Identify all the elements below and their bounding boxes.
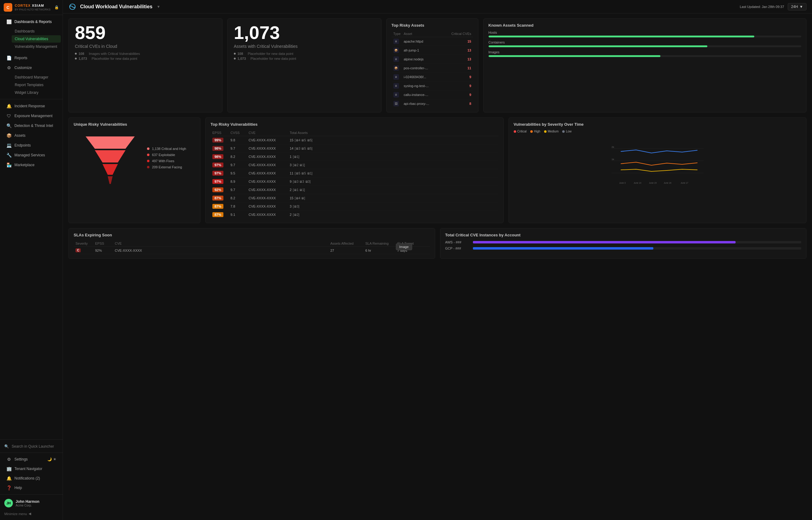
exposure-label: Exposure Management: [15, 114, 52, 118]
legend-dot-1: [147, 148, 149, 150]
funnel-layer-3: [102, 164, 118, 175]
asset-cve-count: 11: [447, 66, 471, 70]
asset-type-icon: 🖼: [393, 101, 399, 106]
critical-cves-label: Critical CVEs in Cloud: [75, 44, 216, 49]
legend-critical-label: Critical: [517, 130, 527, 133]
legend-low-dot: [562, 130, 565, 133]
cvss-value: 9.1: [230, 213, 247, 216]
asset-name: api-rbac-proxy-...: [404, 102, 446, 105]
legend-item-1: 1,138 Critical and High: [147, 147, 186, 151]
light-mode-icon[interactable]: ☀: [53, 457, 56, 462]
vuln-col-epss: EPSS: [212, 131, 229, 135]
search-input[interactable]: [12, 444, 58, 448]
critical-cves-card: 859 Critical CVEs in Cloud 108 Images wi…: [69, 18, 222, 112]
assets-sub2: 1,073 Placeholder for new data point: [234, 57, 375, 60]
sla-col-cve: CVE: [115, 242, 329, 245]
severity-svg: 2k 1k June 3 June 14 June 15 June 16: [514, 136, 802, 185]
sla-epss-value: 92%: [95, 249, 114, 252]
sidebar-item-dashboard-manager[interactable]: Dashboard Manager: [12, 74, 61, 81]
sidebar-item-reports[interactable]: 📄 Reports: [2, 53, 61, 62]
legend-low: Low: [562, 130, 571, 133]
svg-text:1k: 1k: [611, 158, 614, 161]
tenant-label: Tenant Navigator: [15, 467, 42, 471]
sidebar-item-endpoints[interactable]: 💻 Endpoints: [2, 141, 61, 150]
legend-high-dot: [530, 130, 533, 133]
asset-type-icon: 🖥: [393, 92, 399, 98]
account-bar-fill: [473, 247, 654, 250]
total-assets: 3 [🖥2 🖥1]: [290, 163, 496, 167]
sidebar-item-notifications[interactable]: 🔔 Notifications (2): [2, 474, 61, 483]
funnel-container: 1,138 Critical and High 637 Exploitable …: [74, 130, 195, 185]
sla-remaining-value: 6 hr: [366, 249, 396, 252]
known-assets-bars: Hosts Containers Images: [489, 31, 802, 57]
main-content: Cloud Workload Vulnerabilities ▼ Last Up…: [63, 0, 812, 520]
vuln-table-row: 87% 8.2 CVE-XXXX-XXXX 15 [🖥4 🖥]: [211, 194, 498, 202]
sidebar-bottom: 🔍 ⚙ Settings 🌙 ☀ 🏢 Tenant Navigator 🔔 No…: [0, 439, 63, 520]
total-assets: 11 [🖥5 🖥5 🖥1]: [290, 172, 496, 175]
sidebar-item-vuln-mgmt[interactable]: Vulnerability Management: [12, 43, 61, 50]
cvss-value: 9.8: [230, 138, 247, 142]
quick-launcher[interactable]: 🔍: [0, 442, 63, 451]
known-asset-track: [489, 35, 802, 37]
time-range-badge[interactable]: 24H ▼: [788, 3, 807, 10]
sidebar-item-dashboards[interactable]: Dashboards: [12, 28, 61, 35]
incident-label: Incident Response: [15, 104, 45, 108]
customize-label: Customize: [15, 66, 32, 70]
sidebar-item-help[interactable]: ❓ Help: [2, 483, 61, 492]
cvss-value: 9.7: [230, 147, 247, 150]
sidebar-item-customize[interactable]: ⚙ Customize: [2, 63, 61, 72]
title-chevron-icon: ▼: [157, 5, 161, 9]
dashboards-reports-section: ⬜ Dashboards & Reports Dashboards Cloud …: [0, 15, 63, 53]
tenant-icon: 🏢: [6, 466, 12, 471]
sidebar-item-report-templates[interactable]: Report Templates: [12, 81, 61, 88]
sidebar-item-cloud-vuln[interactable]: Cloud Vulnerabilities: [12, 35, 61, 43]
asset-type-icon: 🖥: [393, 83, 399, 88]
sidebar-item-incident-response[interactable]: 🔔 Incident Response: [2, 102, 61, 111]
sidebar-item-detection-threat-intel[interactable]: 🔍 Detection & Threat Intel: [2, 121, 61, 130]
cvss-value: 7.8: [230, 205, 247, 208]
svg-text:June 3: June 3: [619, 182, 625, 184]
time-range-chevron-icon: ▼: [799, 5, 803, 9]
high-line: [620, 162, 697, 165]
page-title: Cloud Workload Vulnerabilities: [80, 4, 152, 9]
epss-badge: 87%: [212, 204, 229, 209]
legend-label-3: 497 With Fixes: [152, 159, 174, 163]
sidebar-item-tenant-navigator[interactable]: 🏢 Tenant Navigator: [2, 464, 61, 473]
asset-cve-count: 9: [447, 75, 471, 79]
asset-name: apache:httpd: [404, 40, 446, 43]
minimize-button[interactable]: Minimize menu ◀: [0, 510, 63, 518]
asset-name: pos-controller-...: [404, 66, 446, 70]
epss-badge: 99%: [212, 138, 229, 142]
unique-vuln-card: Unique Risky Vulnerabilities: [69, 118, 200, 223]
dark-mode-icon[interactable]: 🌙: [47, 457, 52, 462]
sidebar-item-dashboards-reports[interactable]: ⬜ Dashboards & Reports: [2, 17, 61, 26]
cve-by-account-card: Total Critical CVE Instances by Account …: [440, 228, 807, 259]
sidebar-item-assets[interactable]: 📦 Assets: [2, 131, 61, 140]
cve-id: CVE-XXXX-XXXX: [249, 138, 289, 142]
app-name: CORTEX XSIAM: [15, 4, 51, 8]
risky-asset-row: 🖥 i-024669436f... 9: [392, 73, 473, 82]
sidebar-item-settings[interactable]: ⚙ Settings 🌙 ☀: [2, 455, 61, 464]
epss-badge: 97%: [212, 162, 229, 167]
sidebar-item-widget-library[interactable]: Widget Library: [12, 89, 61, 96]
sla-col-epss: EPSS: [95, 242, 114, 245]
assets-label: Assets: [15, 133, 25, 138]
risky-asset-row: 📦 pos-controller-... 11: [392, 64, 473, 73]
endpoints-label: Endpoints: [15, 143, 31, 148]
page-header: Cloud Workload Vulnerabilities ▼ Last Up…: [63, 0, 812, 14]
sidebar-item-marketplace[interactable]: 🏪 Marketplace: [2, 160, 61, 170]
svg-text:June 14: June 14: [633, 182, 641, 184]
risky-assets-card: Top Risky Assets Type Asset Critical CVE…: [386, 18, 478, 112]
vuln-table-row: 97% 9.7 CVE-XXXX-XXXX 3 [🖥2 🖥1]: [211, 161, 498, 169]
critical-line: [620, 150, 697, 153]
sidebar-item-managed-services[interactable]: 🔧 Managed Services: [2, 151, 61, 160]
image-tooltip: Image: [396, 243, 412, 250]
avatar: JH: [4, 499, 13, 508]
epss-badge: 87%: [212, 196, 229, 201]
sidebar-item-exposure-management[interactable]: 🛡 Exposure Management: [2, 111, 61, 121]
svg-text:June 17: June 17: [680, 182, 688, 184]
cve-by-account-title: Total Critical CVE Instances by Account: [445, 233, 802, 237]
exposure-icon: 🛡: [6, 113, 12, 118]
account-label: AWS - ###: [445, 240, 470, 244]
sla-table-header: Severity EPSS CVE Assets Affected SLA Re…: [74, 240, 430, 247]
